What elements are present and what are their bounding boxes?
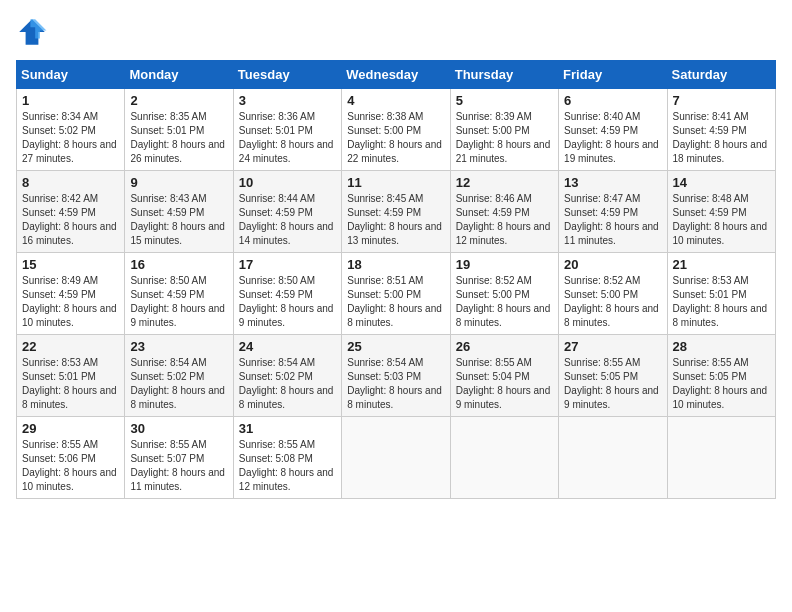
calendar-day-cell: 1 Sunrise: 8:34 AM Sunset: 5:02 PM Dayli… [17,89,125,171]
weekday-header: Friday [559,61,667,89]
weekday-header: Tuesday [233,61,341,89]
calendar-day-cell: 17 Sunrise: 8:50 AM Sunset: 4:59 PM Dayl… [233,253,341,335]
day-number: 14 [673,175,770,190]
day-number: 28 [673,339,770,354]
calendar-day-cell [450,417,558,499]
day-number: 20 [564,257,661,272]
day-info: Sunrise: 8:39 AM Sunset: 5:00 PM Dayligh… [456,110,553,166]
calendar-day-cell: 27 Sunrise: 8:55 AM Sunset: 5:05 PM Dayl… [559,335,667,417]
calendar-day-cell: 10 Sunrise: 8:44 AM Sunset: 4:59 PM Dayl… [233,171,341,253]
calendar-table: SundayMondayTuesdayWednesdayThursdayFrid… [16,60,776,499]
day-number: 21 [673,257,770,272]
day-info: Sunrise: 8:50 AM Sunset: 4:59 PM Dayligh… [239,274,336,330]
calendar-day-cell: 22 Sunrise: 8:53 AM Sunset: 5:01 PM Dayl… [17,335,125,417]
day-info: Sunrise: 8:48 AM Sunset: 4:59 PM Dayligh… [673,192,770,248]
calendar-day-cell: 11 Sunrise: 8:45 AM Sunset: 4:59 PM Dayl… [342,171,450,253]
calendar-day-cell: 12 Sunrise: 8:46 AM Sunset: 4:59 PM Dayl… [450,171,558,253]
day-info: Sunrise: 8:40 AM Sunset: 4:59 PM Dayligh… [564,110,661,166]
weekday-header: Wednesday [342,61,450,89]
calendar-day-cell: 14 Sunrise: 8:48 AM Sunset: 4:59 PM Dayl… [667,171,775,253]
day-info: Sunrise: 8:55 AM Sunset: 5:06 PM Dayligh… [22,438,119,494]
day-number: 17 [239,257,336,272]
day-number: 2 [130,93,227,108]
day-number: 6 [564,93,661,108]
calendar-week-row: 8 Sunrise: 8:42 AM Sunset: 4:59 PM Dayli… [17,171,776,253]
day-info: Sunrise: 8:55 AM Sunset: 5:08 PM Dayligh… [239,438,336,494]
day-info: Sunrise: 8:54 AM Sunset: 5:02 PM Dayligh… [239,356,336,412]
calendar-day-cell [342,417,450,499]
day-number: 18 [347,257,444,272]
day-info: Sunrise: 8:55 AM Sunset: 5:04 PM Dayligh… [456,356,553,412]
day-info: Sunrise: 8:55 AM Sunset: 5:07 PM Dayligh… [130,438,227,494]
day-number: 3 [239,93,336,108]
calendar-day-cell: 3 Sunrise: 8:36 AM Sunset: 5:01 PM Dayli… [233,89,341,171]
day-info: Sunrise: 8:46 AM Sunset: 4:59 PM Dayligh… [456,192,553,248]
day-number: 8 [22,175,119,190]
day-number: 29 [22,421,119,436]
calendar-day-cell: 7 Sunrise: 8:41 AM Sunset: 4:59 PM Dayli… [667,89,775,171]
calendar-week-row: 1 Sunrise: 8:34 AM Sunset: 5:02 PM Dayli… [17,89,776,171]
logo-icon [16,16,48,48]
calendar-day-cell: 20 Sunrise: 8:52 AM Sunset: 5:00 PM Dayl… [559,253,667,335]
calendar-day-cell: 26 Sunrise: 8:55 AM Sunset: 5:04 PM Dayl… [450,335,558,417]
day-info: Sunrise: 8:55 AM Sunset: 5:05 PM Dayligh… [673,356,770,412]
calendar-day-cell: 15 Sunrise: 8:49 AM Sunset: 4:59 PM Dayl… [17,253,125,335]
calendar-day-cell: 8 Sunrise: 8:42 AM Sunset: 4:59 PM Dayli… [17,171,125,253]
day-info: Sunrise: 8:50 AM Sunset: 4:59 PM Dayligh… [130,274,227,330]
calendar-day-cell: 4 Sunrise: 8:38 AM Sunset: 5:00 PM Dayli… [342,89,450,171]
calendar-header-row: SundayMondayTuesdayWednesdayThursdayFrid… [17,61,776,89]
day-info: Sunrise: 8:53 AM Sunset: 5:01 PM Dayligh… [22,356,119,412]
calendar-week-row: 15 Sunrise: 8:49 AM Sunset: 4:59 PM Dayl… [17,253,776,335]
calendar-day-cell: 2 Sunrise: 8:35 AM Sunset: 5:01 PM Dayli… [125,89,233,171]
calendar-day-cell: 18 Sunrise: 8:51 AM Sunset: 5:00 PM Dayl… [342,253,450,335]
day-number: 30 [130,421,227,436]
day-info: Sunrise: 8:43 AM Sunset: 4:59 PM Dayligh… [130,192,227,248]
calendar-day-cell: 13 Sunrise: 8:47 AM Sunset: 4:59 PM Dayl… [559,171,667,253]
day-number: 5 [456,93,553,108]
day-info: Sunrise: 8:41 AM Sunset: 4:59 PM Dayligh… [673,110,770,166]
day-info: Sunrise: 8:34 AM Sunset: 5:02 PM Dayligh… [22,110,119,166]
day-info: Sunrise: 8:38 AM Sunset: 5:00 PM Dayligh… [347,110,444,166]
day-number: 4 [347,93,444,108]
calendar-week-row: 29 Sunrise: 8:55 AM Sunset: 5:06 PM Dayl… [17,417,776,499]
day-info: Sunrise: 8:47 AM Sunset: 4:59 PM Dayligh… [564,192,661,248]
day-info: Sunrise: 8:44 AM Sunset: 4:59 PM Dayligh… [239,192,336,248]
calendar-day-cell [559,417,667,499]
day-number: 13 [564,175,661,190]
day-number: 15 [22,257,119,272]
day-info: Sunrise: 8:54 AM Sunset: 5:02 PM Dayligh… [130,356,227,412]
weekday-header: Sunday [17,61,125,89]
day-number: 24 [239,339,336,354]
calendar-day-cell: 9 Sunrise: 8:43 AM Sunset: 4:59 PM Dayli… [125,171,233,253]
day-number: 9 [130,175,227,190]
logo [16,16,52,48]
day-info: Sunrise: 8:54 AM Sunset: 5:03 PM Dayligh… [347,356,444,412]
day-number: 19 [456,257,553,272]
day-info: Sunrise: 8:35 AM Sunset: 5:01 PM Dayligh… [130,110,227,166]
day-info: Sunrise: 8:52 AM Sunset: 5:00 PM Dayligh… [456,274,553,330]
weekday-header: Saturday [667,61,775,89]
day-info: Sunrise: 8:52 AM Sunset: 5:00 PM Dayligh… [564,274,661,330]
day-number: 1 [22,93,119,108]
calendar-day-cell: 6 Sunrise: 8:40 AM Sunset: 4:59 PM Dayli… [559,89,667,171]
day-number: 27 [564,339,661,354]
day-info: Sunrise: 8:53 AM Sunset: 5:01 PM Dayligh… [673,274,770,330]
calendar-week-row: 22 Sunrise: 8:53 AM Sunset: 5:01 PM Dayl… [17,335,776,417]
day-number: 16 [130,257,227,272]
weekday-header: Monday [125,61,233,89]
day-info: Sunrise: 8:55 AM Sunset: 5:05 PM Dayligh… [564,356,661,412]
page-header [16,16,776,48]
calendar-day-cell [667,417,775,499]
day-number: 31 [239,421,336,436]
day-info: Sunrise: 8:49 AM Sunset: 4:59 PM Dayligh… [22,274,119,330]
day-number: 11 [347,175,444,190]
day-info: Sunrise: 8:51 AM Sunset: 5:00 PM Dayligh… [347,274,444,330]
day-number: 25 [347,339,444,354]
calendar-day-cell: 28 Sunrise: 8:55 AM Sunset: 5:05 PM Dayl… [667,335,775,417]
day-number: 12 [456,175,553,190]
day-number: 26 [456,339,553,354]
calendar-day-cell: 21 Sunrise: 8:53 AM Sunset: 5:01 PM Dayl… [667,253,775,335]
day-number: 23 [130,339,227,354]
day-info: Sunrise: 8:42 AM Sunset: 4:59 PM Dayligh… [22,192,119,248]
calendar-day-cell: 31 Sunrise: 8:55 AM Sunset: 5:08 PM Dayl… [233,417,341,499]
